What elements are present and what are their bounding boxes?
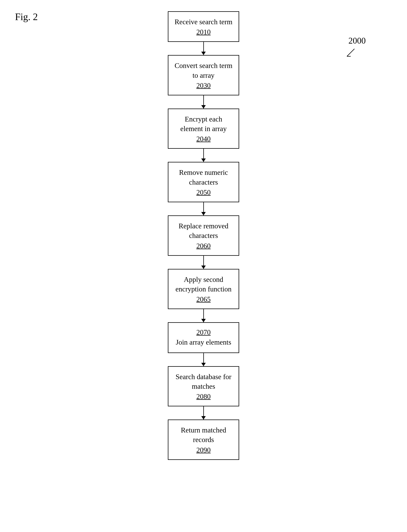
box-2065-id: 2065: [173, 295, 234, 303]
box-2040: Encrypt each element in array 2040: [168, 109, 239, 149]
box-2065: Apply second encryption function 2065: [168, 269, 239, 309]
box-2090: Return matched records 2090: [168, 420, 239, 460]
box-2060-id: 2060: [173, 242, 234, 250]
box-2080-text: Search database for matches: [173, 372, 234, 391]
box-2065-text: Apply second encryption function: [173, 275, 234, 294]
box-2040-id: 2040: [173, 135, 234, 143]
box-2010: Receive search term 2010: [168, 11, 239, 42]
box-2010-text: Receive search term: [173, 17, 234, 27]
box-2060-text: Replace removed characters: [173, 221, 234, 241]
box-2080: Search database for matches 2080: [168, 366, 239, 406]
arrow-6: [203, 309, 204, 322]
arrow-3: [203, 149, 204, 162]
box-2070: 2070 Join array elements: [168, 322, 239, 353]
box-2080-id: 2080: [173, 392, 234, 401]
ref-arrow: [341, 47, 356, 58]
box-2070-text: Join array elements: [173, 337, 234, 347]
arrow-2: [203, 95, 204, 109]
box-2050-id: 2050: [173, 188, 234, 196]
svg-line-0: [347, 49, 354, 56]
arrow-8: [203, 406, 204, 420]
box-2030-id: 2030: [173, 81, 234, 90]
ref-number: 2000: [348, 36, 366, 46]
box-2090-id: 2090: [173, 446, 234, 454]
box-2040-text: Encrypt each element in array: [173, 114, 234, 134]
flowchart: Receive search term 2010 Convert search …: [168, 11, 239, 460]
box-2090-text: Return matched records: [173, 425, 234, 445]
box-2030: Convert search term to array 2030: [168, 55, 239, 95]
arrow-7: [203, 353, 204, 366]
figure-label: Fig. 2: [15, 11, 38, 22]
box-2010-id: 2010: [173, 28, 234, 36]
box-2030-text: Convert search term to array: [173, 61, 234, 80]
box-2070-id: 2070: [173, 328, 234, 336]
box-2060: Replace removed characters 2060: [168, 215, 239, 256]
arrow-4: [203, 202, 204, 215]
box-2050-text: Remove numeric characters: [173, 168, 234, 187]
box-2050: Remove numeric characters 2050: [168, 162, 239, 202]
arrow-5: [203, 256, 204, 269]
arrow-1: [203, 42, 204, 55]
